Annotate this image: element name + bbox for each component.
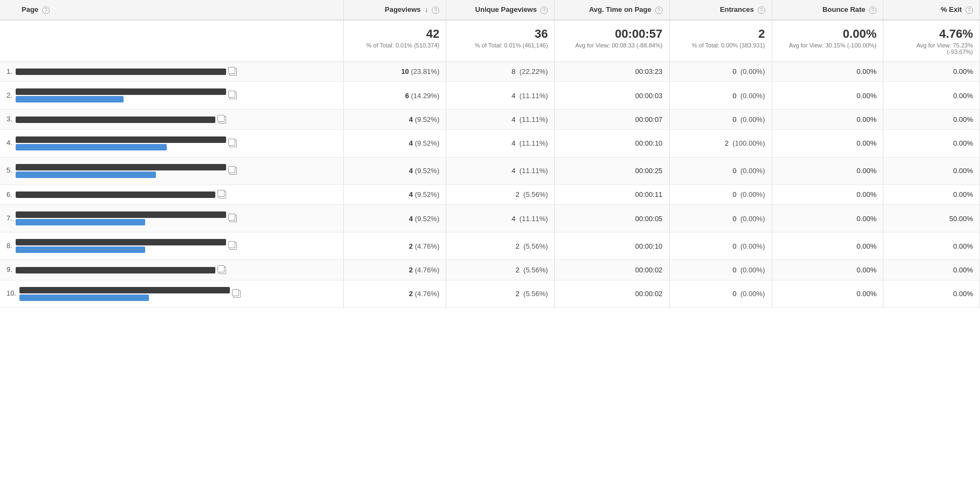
copy-icon[interactable] bbox=[229, 167, 237, 175]
page-cell[interactable]: 6. bbox=[0, 184, 344, 205]
redacted-bar bbox=[16, 136, 226, 143]
entrances-value: 0 bbox=[733, 115, 737, 124]
pageviews-cell: 2 (4.76%) bbox=[344, 280, 446, 307]
page-link-block[interactable] bbox=[16, 87, 226, 104]
pageviews-cell: 4 (9.52%) bbox=[344, 109, 446, 130]
page-cell[interactable]: 3. bbox=[0, 109, 344, 130]
copy-icon[interactable] bbox=[219, 191, 226, 198]
page-link-block[interactable] bbox=[16, 67, 226, 76]
redacted-bar bbox=[16, 144, 167, 150]
summary-pageviews-main: 42 bbox=[350, 27, 439, 41]
redacted-bar bbox=[16, 96, 124, 102]
pageviews-pct: (9.52%) bbox=[415, 167, 440, 175]
unique-pv-pct: (5.56%) bbox=[523, 190, 548, 198]
page-cell[interactable]: 2. bbox=[0, 82, 344, 109]
pct-exit-cell: 0.00% bbox=[883, 129, 980, 157]
redacted-bar bbox=[16, 117, 215, 123]
summary-bounce-rate-main: 0.00% bbox=[779, 27, 877, 41]
copy-icon[interactable] bbox=[233, 290, 241, 298]
page-cell[interactable]: 8. bbox=[0, 232, 344, 260]
bounce-rate-cell: 0.00% bbox=[772, 184, 883, 205]
unique-pv-cell: 4 (11.11%) bbox=[446, 157, 555, 184]
table-row: 3.4 (9.52%)4 (11.11%)00:00:070 (0.00%)0.… bbox=[0, 109, 980, 130]
entrances-cell: 0 (0.00%) bbox=[669, 260, 772, 280]
avg-time-cell: 00:00:11 bbox=[555, 184, 669, 205]
pageviews-pct: (9.52%) bbox=[415, 215, 440, 223]
col-header-pct-exit: % Exit ? bbox=[883, 0, 980, 20]
pageviews-pct: (9.52%) bbox=[415, 139, 440, 147]
unique-pv-cell: 2 (5.56%) bbox=[446, 232, 555, 260]
page-link-block[interactable] bbox=[16, 115, 215, 124]
pageviews-pct: (9.52%) bbox=[415, 190, 440, 198]
bounce-rate-value: 0.00% bbox=[856, 266, 876, 274]
page-link-block[interactable] bbox=[16, 163, 226, 179]
page-link-block[interactable] bbox=[16, 190, 215, 199]
summary-avg-time-main: 00:00:57 bbox=[561, 27, 662, 41]
pct-exit-cell: 0.00% bbox=[883, 82, 980, 109]
unique-pv-cell: 2 (5.56%) bbox=[446, 184, 555, 205]
bounce-rate-help-icon[interactable]: ? bbox=[869, 6, 876, 14]
avg-time-value: 00:00:02 bbox=[635, 266, 663, 274]
entrances-help-icon[interactable]: ? bbox=[758, 6, 765, 14]
page-cell[interactable]: 5. bbox=[0, 157, 344, 184]
bounce-rate-value: 0.00% bbox=[856, 167, 876, 175]
avg-time-value: 00:00:10 bbox=[635, 242, 663, 250]
copy-icon[interactable] bbox=[229, 215, 237, 222]
entrances-pct: (100.00%) bbox=[733, 139, 765, 147]
page-cell[interactable]: 9. bbox=[0, 260, 344, 280]
row-number: 3. bbox=[6, 115, 12, 123]
unique-pv-pct: (5.56%) bbox=[523, 266, 548, 274]
summary-pageviews-sub: % of Total: 0.01% (510,374) bbox=[350, 42, 439, 49]
bounce-rate-cell: 0.00% bbox=[772, 260, 883, 280]
entrances-cell: 0 (0.00%) bbox=[669, 205, 772, 232]
redacted-bar bbox=[16, 191, 215, 198]
entrances-value: 0 bbox=[733, 290, 737, 298]
pageviews-help-icon[interactable]: ? bbox=[432, 6, 439, 14]
copy-icon[interactable] bbox=[229, 242, 237, 250]
bounce-rate-value: 0.00% bbox=[856, 92, 876, 100]
page-cell[interactable]: 10. bbox=[0, 280, 344, 307]
summary-unique-pv-cell: 36 % of Total: 0.01% (461,146) bbox=[446, 20, 555, 62]
summary-entrances-sub: % of Total: 0.00% (383,931) bbox=[676, 42, 765, 49]
entrances-col-label: Entrances bbox=[720, 5, 754, 13]
pct-exit-cell: 50.00% bbox=[883, 205, 980, 232]
pageviews-cell: 4 (9.52%) bbox=[344, 205, 446, 232]
sort-arrow-icon[interactable]: ↓ bbox=[425, 5, 428, 13]
table-row: 8.2 (4.76%)2 (5.56%)00:00:100 (0.00%)0.0… bbox=[0, 232, 980, 260]
page-help-icon[interactable]: ? bbox=[42, 6, 50, 14]
page-link-block[interactable] bbox=[16, 210, 226, 227]
page-link-block[interactable] bbox=[19, 286, 230, 302]
unique-pv-cell: 4 (11.11%) bbox=[446, 109, 555, 130]
redacted-bar bbox=[19, 295, 149, 301]
entrances-value: 2 bbox=[725, 139, 729, 147]
avg-time-col-label: Avg. Time on Page bbox=[589, 5, 651, 13]
entrances-cell: 0 (0.00%) bbox=[669, 61, 772, 82]
pageviews-cell: 4 (9.52%) bbox=[344, 157, 446, 184]
summary-unique-pv-sub: % of Total: 0.01% (461,146) bbox=[453, 42, 548, 49]
summary-unique-pv-main: 36 bbox=[453, 27, 548, 41]
copy-icon[interactable] bbox=[229, 92, 237, 99]
unique-pv-value: 4 bbox=[512, 215, 515, 223]
unique-pv-help-icon[interactable]: ? bbox=[540, 6, 548, 14]
avg-time-value: 00:00:11 bbox=[635, 190, 663, 198]
pct-exit-help-icon[interactable]: ? bbox=[965, 6, 973, 14]
pct-exit-value: 0.00% bbox=[953, 266, 973, 274]
summary-row: 42 % of Total: 0.01% (510,374) 36 % of T… bbox=[0, 20, 980, 62]
bounce-rate-cell: 0.00% bbox=[772, 109, 883, 130]
copy-icon[interactable] bbox=[219, 116, 226, 124]
col-header-page: Page ? bbox=[0, 0, 344, 20]
page-link-block[interactable] bbox=[16, 266, 215, 275]
copy-icon[interactable] bbox=[229, 140, 237, 147]
page-cell[interactable]: 1. bbox=[0, 61, 344, 82]
table-row: 6.4 (9.52%)2 (5.56%)00:00:110 (0.00%)0.0… bbox=[0, 184, 980, 205]
page-cell[interactable]: 4. bbox=[0, 129, 344, 157]
copy-icon[interactable] bbox=[229, 68, 237, 76]
avg-time-help-icon[interactable]: ? bbox=[655, 6, 663, 14]
avg-time-cell: 00:00:10 bbox=[555, 232, 669, 260]
copy-icon[interactable] bbox=[219, 266, 226, 274]
page-link-block[interactable] bbox=[16, 135, 226, 152]
pct-exit-cell: 0.00% bbox=[883, 61, 980, 82]
page-cell[interactable]: 7. bbox=[0, 205, 344, 232]
row-number: 10. bbox=[6, 289, 16, 297]
page-link-block[interactable] bbox=[16, 238, 226, 254]
